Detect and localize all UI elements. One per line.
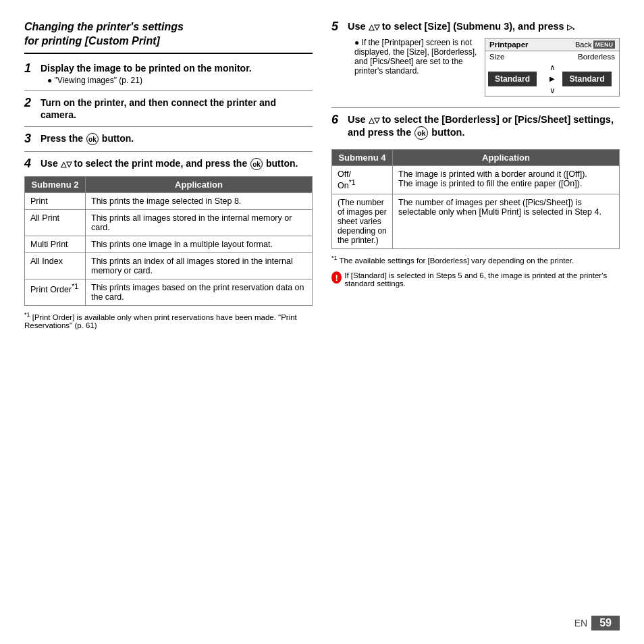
pp-standard-left-cell: Standard bbox=[488, 72, 537, 86]
title-divider bbox=[24, 53, 313, 54]
title-line1: Changing the printer's settings bbox=[24, 21, 184, 32]
table-row: All Index This prints an index of all im… bbox=[25, 252, 313, 279]
pp-col-headers: Size Borderless bbox=[485, 51, 619, 62]
cell-application: This prints all images stored in the int… bbox=[86, 209, 313, 236]
cell-submenu: Print bbox=[25, 192, 86, 209]
up-arrow-icon: ∧ bbox=[549, 63, 556, 72]
step-5-heading: Use △▽ to select [Size] (Submenu 3), and… bbox=[348, 20, 620, 34]
step-1-heading: Display the image to be printed on the m… bbox=[41, 62, 313, 74]
cell-submenu: (The number of images per sheet varies d… bbox=[332, 194, 393, 249]
table-row: Off/On*1 The image is printed with a bor… bbox=[332, 166, 620, 194]
cell-submenu: Off/On*1 bbox=[332, 166, 393, 194]
step-4-num: 4 bbox=[24, 157, 36, 171]
pp-back: Back MENU bbox=[575, 41, 615, 49]
pp-selected-row: Standard ▶ Standard bbox=[485, 73, 619, 85]
cell-application: This prints an index of all images store… bbox=[86, 252, 313, 279]
pp-standard-right-cell: Standard bbox=[562, 72, 611, 86]
page: Changing the printer's settings for prin… bbox=[0, 0, 644, 644]
step-2-num: 2 bbox=[24, 97, 36, 121]
footnote-right2-text: If [Standard] is selected in Steps 5 and… bbox=[344, 271, 620, 288]
step-6-num: 6 bbox=[331, 113, 344, 144]
down-arrow-icon: ∨ bbox=[549, 86, 556, 95]
step-6: 6 Use △▽ to select the [Borderless] or [… bbox=[331, 113, 620, 144]
section-title: Changing the printer's settings for prin… bbox=[24, 20, 313, 49]
ok-icon-step4: ok bbox=[250, 158, 263, 170]
right-table-header-col1: Submenu 4 bbox=[332, 150, 393, 166]
cell-application: This prints images based on the print re… bbox=[86, 279, 313, 305]
table-row: Multi Print This prints one image in a m… bbox=[25, 236, 313, 252]
pp-col1: Size bbox=[489, 53, 504, 61]
step-2: 2 Turn on the printer, and then connect … bbox=[24, 97, 313, 121]
left-table: Submenu 2 Application Print This prints … bbox=[24, 176, 313, 306]
step-4-content: Use △▽ to select the print mode, and pre… bbox=[41, 157, 313, 171]
step-3-heading: Press the ok button. bbox=[41, 132, 313, 145]
cell-application: The image is printed with a border aroun… bbox=[393, 166, 620, 194]
table-row: Print This prints the image selected in … bbox=[25, 192, 313, 209]
step-6-content: Use △▽ to select the [Borderless] or [Pi… bbox=[348, 113, 620, 144]
footnote-left: *1 [Print Order] is available only when … bbox=[24, 311, 313, 329]
divider-1 bbox=[24, 90, 313, 91]
cell-application: This prints one image in a multiple layo… bbox=[86, 236, 313, 252]
printpaper-screen: Printpaper Back MENU Size Borderless ∧ bbox=[485, 38, 620, 97]
step-1-num: 1 bbox=[24, 62, 36, 85]
step-1-bullet: "Viewing images" (p. 21) bbox=[47, 76, 313, 85]
printpaper-area: Printpaper Back MENU Size Borderless ∧ bbox=[348, 38, 620, 102]
step-3-num: 3 bbox=[24, 132, 36, 146]
left-table-header-col1: Submenu 2 bbox=[25, 176, 86, 192]
pp-down-arrow: ∨ bbox=[485, 85, 619, 96]
right-column: 5 Use △▽ to select [Size] (Submenu 3), a… bbox=[331, 20, 620, 608]
divider-5 bbox=[331, 107, 620, 108]
step-4-heading: Use △▽ to select the print mode, and pre… bbox=[41, 157, 313, 170]
divider-2 bbox=[24, 126, 313, 127]
step-2-content: Turn on the printer, and then connect th… bbox=[41, 97, 313, 121]
cell-submenu: All Print bbox=[25, 209, 86, 236]
ok-icon-step6: ok bbox=[414, 126, 428, 140]
step-5-content: Use △▽ to select [Size] (Submenu 3), and… bbox=[348, 20, 620, 102]
step-6-heading: Use △▽ to select the [Borderless] or [Pi… bbox=[348, 113, 620, 140]
step-5: 5 Use △▽ to select [Size] (Submenu 3), a… bbox=[331, 20, 620, 102]
step-3: 3 Press the ok button. bbox=[24, 132, 313, 146]
left-table-header-col2: Application bbox=[86, 176, 313, 192]
cell-submenu: All Index bbox=[25, 252, 86, 279]
step-1: 1 Display the image to be printed on the… bbox=[24, 62, 313, 85]
step-2-heading: Turn on the printer, and then connect th… bbox=[41, 97, 313, 121]
cell-application: This prints the image selected in Step 8… bbox=[86, 192, 313, 209]
ok-icon-step3: ok bbox=[86, 133, 99, 145]
footnote-right2: ! If [Standard] is selected in Steps 5 a… bbox=[331, 271, 620, 288]
pp-title: Printpaper bbox=[489, 41, 529, 49]
step-5-num: 5 bbox=[331, 20, 344, 102]
step-3-content: Press the ok button. bbox=[41, 132, 313, 146]
title-line2: for printing [Custom Print] bbox=[24, 35, 160, 47]
pp-menu-btn: MENU bbox=[593, 41, 616, 49]
footer-lang: EN bbox=[574, 618, 587, 628]
footer-page-number: 59 bbox=[591, 616, 620, 630]
table-row: (The number of images per sheet varies d… bbox=[332, 194, 620, 249]
page-footer: EN 59 bbox=[24, 616, 620, 630]
step-1-content: Display the image to be printed on the m… bbox=[41, 62, 313, 85]
right-table: Submenu 4 Application Off/On*1 The image… bbox=[331, 149, 620, 249]
divider-3 bbox=[24, 151, 313, 152]
right-table-header-col2: Application bbox=[393, 150, 620, 166]
info-icon: ! bbox=[331, 271, 342, 284]
cell-submenu: Print Order*1 bbox=[25, 279, 86, 305]
table-row: Print Order*1 This prints images based o… bbox=[25, 279, 313, 305]
pp-header: Printpaper Back MENU bbox=[485, 38, 619, 51]
left-column: Changing the printer's settings for prin… bbox=[24, 20, 313, 608]
pp-col2: Borderless bbox=[578, 53, 615, 61]
cell-submenu: Multi Print bbox=[25, 236, 86, 252]
cell-application: The number of images per sheet ([Pics/Sh… bbox=[393, 194, 620, 249]
footnote-right1: *1 The available settings for [Borderles… bbox=[331, 254, 620, 265]
step-4: 4 Use △▽ to select the print mode, and p… bbox=[24, 157, 313, 171]
pp-arrow-right-icon: ▶ bbox=[549, 75, 555, 82]
table-row: All Print This prints all images stored … bbox=[25, 209, 313, 236]
